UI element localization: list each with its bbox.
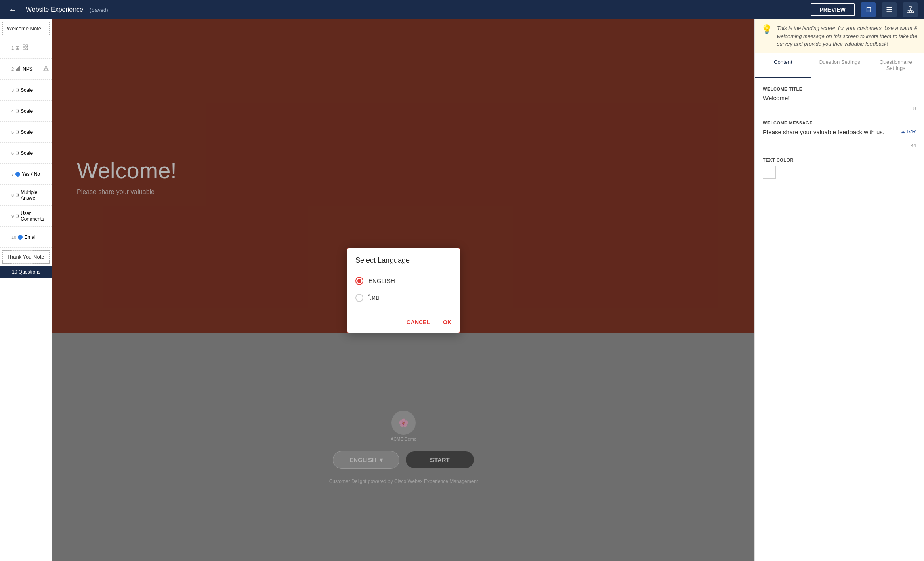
main-layout: Welcome Note 1 ⊞ 2 <box>0 19 924 561</box>
multiple-icon: ⊞ <box>15 192 19 198</box>
sidebar-thank-you-note[interactable]: Thank You Note <box>2 250 50 264</box>
monitor-icon[interactable]: 🖥 <box>861 2 876 17</box>
center-preview: Welcome! Please share your valuable 🌸 AC… <box>52 19 754 561</box>
text-color-section: TEXT COLOR <box>763 158 916 179</box>
svg-rect-12 <box>26 48 28 50</box>
sidebar-item-2-nps[interactable]: 2 NPS <box>0 59 52 80</box>
svg-rect-2 <box>909 11 911 13</box>
scale-icon-6: ⊟ <box>15 150 19 156</box>
svg-rect-0 <box>909 6 911 8</box>
scale-icon-3: ⊟ <box>15 87 19 93</box>
sidebar-item-5-scale[interactable]: 5 ⊟ Scale <box>0 122 52 143</box>
yesno-icon: ● <box>15 172 20 177</box>
hamburger-icon[interactable]: ☰ <box>882 2 897 17</box>
nps-tree-icon <box>43 66 49 72</box>
tabs-bar: Content Question Settings Questionnaire … <box>755 53 924 78</box>
dialog-ok-button[interactable]: OK <box>440 316 455 328</box>
svg-rect-3 <box>912 11 914 13</box>
welcome-title-value[interactable]: Welcome! <box>763 95 916 104</box>
scale-icon-4: ⊟ <box>15 108 19 114</box>
sidebar-item-7-yesno[interactable]: 7 ● Yes / No <box>0 164 52 185</box>
ivr-button[interactable]: ☁ IVR <box>900 129 916 135</box>
dialog-cancel-button[interactable]: CANCEL <box>403 316 433 328</box>
radio-english[interactable]: ENGLISH <box>355 273 452 289</box>
welcome-message-section: WELCOME MESSAGE Please share your valuab… <box>763 120 916 148</box>
dialog-overlay: Select Language ENGLISH ไทย CANCEL OK <box>52 19 754 561</box>
welcome-title-section: WELCOME TITLE Welcome! 8 <box>763 86 916 111</box>
svg-rect-9 <box>23 45 25 47</box>
welcome-message-label: WELCOME MESSAGE <box>763 120 916 125</box>
svg-rect-10 <box>26 45 28 47</box>
svg-rect-14 <box>17 68 18 71</box>
welcome-message-value[interactable]: Please share your valuable feedback with… <box>763 129 900 138</box>
sidebar-item-10-email[interactable]: 10 ● Email <box>0 227 52 248</box>
svg-rect-18 <box>44 70 45 71</box>
svg-rect-11 <box>23 48 25 50</box>
right-panel: 💡 This is the landing screen for your cu… <box>754 19 924 561</box>
sidebar-item-4-scale[interactable]: 4 ⊟ Scale <box>0 101 52 122</box>
tree-icon-1: ⊞ <box>15 45 19 51</box>
nps-label: NPS <box>23 66 33 72</box>
welcome-title-count: 8 <box>763 106 916 111</box>
panel-content: WELCOME TITLE Welcome! 8 WELCOME MESSAGE… <box>755 78 924 196</box>
sidebar-item-1[interactable]: 1 ⊞ <box>0 38 52 59</box>
header: ← Website Experience (Saved) PREVIEW 🖥 ☰ <box>0 0 924 19</box>
radio-english-circle <box>355 277 363 285</box>
tab-questionnaire-settings[interactable]: Questionnaire Settings <box>867 53 924 78</box>
sitemap-icon[interactable] <box>903 2 918 17</box>
sidebar-item-6-scale[interactable]: 6 ⊟ Scale <box>0 143 52 164</box>
nps-icon <box>15 66 21 72</box>
radio-english-label: ENGLISH <box>368 277 395 284</box>
email-icon: ● <box>18 235 23 240</box>
sidebar-welcome-note[interactable]: Welcome Note <box>2 22 50 35</box>
saved-status: (Saved) <box>90 7 108 13</box>
tip-text: This is the landing screen for your cust… <box>777 24 918 48</box>
app-title: Website Experience <box>26 6 83 13</box>
dialog-actions: CANCEL OK <box>347 313 460 333</box>
select-language-dialog: Select Language ENGLISH ไทย CANCEL OK <box>347 248 460 333</box>
questions-count-bar[interactable]: 10 Questions <box>0 266 52 278</box>
text-color-swatch[interactable] <box>763 166 776 179</box>
text-color-label: TEXT COLOR <box>763 158 916 162</box>
svg-rect-15 <box>18 67 19 71</box>
dialog-title: Select Language <box>347 248 460 270</box>
dialog-body: ENGLISH ไทย <box>347 270 460 313</box>
radio-thai[interactable]: ไทย <box>355 289 452 307</box>
tip-icon: 💡 <box>761 24 772 35</box>
svg-rect-17 <box>45 66 47 67</box>
tab-question-settings[interactable]: Question Settings <box>811 53 868 78</box>
preview-button[interactable]: PREVIEW <box>811 3 855 16</box>
svg-rect-1 <box>907 11 909 13</box>
comments-icon: ⊟ <box>15 213 19 219</box>
sidebar-item-9-comments[interactable]: 9 ⊟ User Comments <box>0 206 52 227</box>
sidebar-item-8-multiple[interactable]: 8 ⊞ Multiple Answer <box>0 185 52 206</box>
scale-icon-5: ⊟ <box>15 129 19 135</box>
radio-thai-circle <box>355 294 363 302</box>
welcome-title-label: WELCOME TITLE <box>763 86 916 91</box>
svg-rect-13 <box>16 69 17 71</box>
welcome-message-count: 44 <box>763 143 916 148</box>
tip-bar: 💡 This is the landing screen for your cu… <box>755 19 924 53</box>
radio-thai-label: ไทย <box>368 293 379 303</box>
left-sidebar: Welcome Note 1 ⊞ 2 <box>0 19 52 561</box>
svg-rect-19 <box>47 70 48 71</box>
back-button[interactable]: ← <box>6 3 19 16</box>
sidebar-item-3-scale[interactable]: 3 ⊟ Scale <box>0 80 52 101</box>
tab-content[interactable]: Content <box>755 53 811 78</box>
svg-rect-16 <box>19 66 20 71</box>
